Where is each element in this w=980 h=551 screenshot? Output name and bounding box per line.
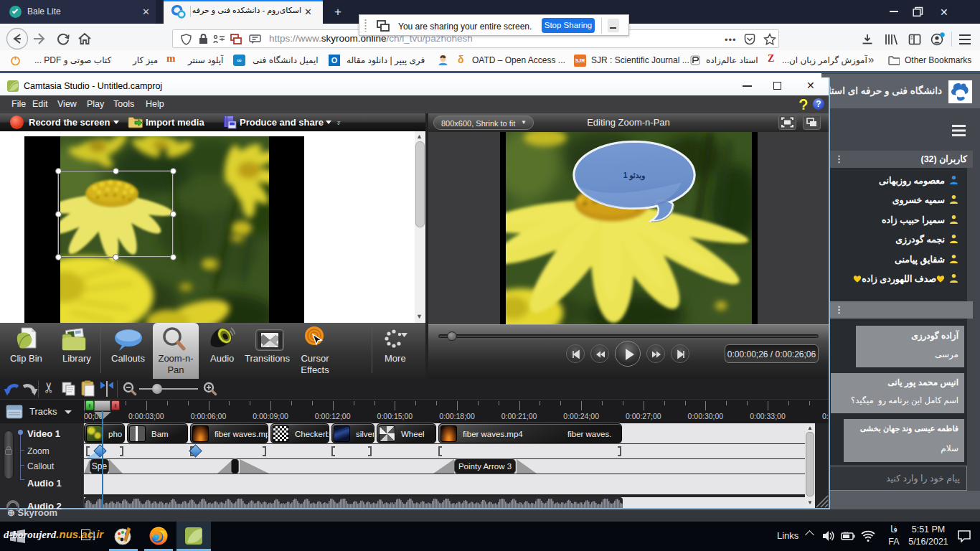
svg-text:ویدئو 1: ویدئو 1 bbox=[623, 171, 646, 181]
